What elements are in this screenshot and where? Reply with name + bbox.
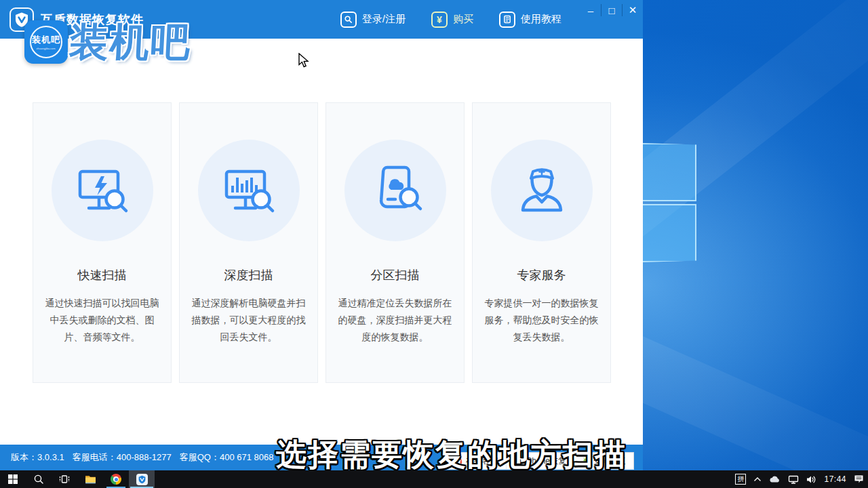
- task-view-button[interactable]: [52, 470, 77, 488]
- screen: 互盾数据恢复软件 登录/注册 ¥ 购买: [0, 0, 868, 488]
- expert-person-icon: [509, 158, 574, 223]
- tutorial-button[interactable]: 使用教程: [499, 12, 561, 28]
- app-window: 互盾数据恢复软件 登录/注册 ¥ 购买: [0, 0, 643, 470]
- card-description: 通过深度解析电脑硬盘并扫描数据，可以更大程度的找回丢失文件。: [191, 295, 307, 346]
- ime-indicator[interactable]: 拼: [735, 474, 746, 485]
- maximize-button[interactable]: □: [601, 0, 622, 20]
- hidden-icons-chevron-icon[interactable]: [753, 476, 762, 482]
- card-description: 通过精准定位丢失数据所在的硬盘，深度扫描并更大程度的恢复数据。: [338, 295, 453, 346]
- titlebar-menu: 登录/注册 ¥ 购买 使用教程: [340, 0, 561, 39]
- buy-label: 购买: [453, 13, 473, 26]
- file-explorer-button[interactable]: [77, 470, 103, 488]
- card-partition-scan[interactable]: 分区扫描 通过精准定位丢失数据所在的硬盘，深度扫描并更大程度的恢复数据。: [326, 102, 465, 383]
- scan-mode-cards: 快速扫描 通过快速扫描可以找回电脑中丢失或删除的文档、图片、音频等文件。 深度扫…: [0, 102, 643, 383]
- clock[interactable]: 17:44: [824, 474, 846, 484]
- version-text: 版本：3.0.3.1: [11, 451, 64, 464]
- login-register-label: 登录/注册: [362, 13, 406, 26]
- task-view-icon: [59, 474, 70, 484]
- network-icon[interactable]: [788, 475, 799, 484]
- windows-start-icon: [8, 474, 18, 484]
- zhuangjiba-circle: 装机吧 zhuangjiba.com: [30, 26, 62, 58]
- card-expert-service[interactable]: 专家服务 专家提供一对一的数据恢复服务，帮助您及时安全的恢复丢失数据。: [472, 102, 611, 383]
- card-title: 深度扫描: [224, 267, 273, 283]
- mouse-cursor: [298, 53, 309, 68]
- login-key-icon: [340, 12, 357, 28]
- windows-logo-pane-top: [642, 143, 696, 201]
- tutorial-label: 使用教程: [521, 13, 561, 26]
- icon-circle: [52, 140, 153, 241]
- icon-circle: [491, 140, 593, 241]
- card-description: 通过快速扫描可以找回电脑中丢失或删除的文档、图片、音频等文件。: [45, 295, 160, 346]
- system-tray: 拼 17:44: [735, 470, 864, 488]
- card-title: 快速扫描: [78, 267, 127, 283]
- badge-subtext: zhuangjiba.com: [37, 47, 56, 50]
- icon-circle: [198, 140, 300, 241]
- yen-icon: ¥: [431, 12, 448, 28]
- monitor-lightning-search-icon: [70, 158, 135, 223]
- app-shield-icon: [136, 474, 148, 485]
- onedrive-cloud-icon[interactable]: [769, 475, 781, 483]
- recovery-app-taskbar-button[interactable]: [129, 470, 155, 488]
- windows-logo-pane-bottom: [642, 204, 696, 262]
- start-button[interactable]: [0, 470, 26, 488]
- drive-cloud-search-icon: [363, 158, 428, 223]
- taskbar: 拼 17:44: [0, 470, 868, 488]
- book-icon: [499, 12, 515, 28]
- card-description: 专家提供一对一的数据恢复服务，帮助您及时安全的恢复丢失数据。: [484, 295, 599, 346]
- zhuangjiba-watermark-text: 装机吧: [68, 16, 193, 69]
- login-register-button[interactable]: 登录/注册: [340, 12, 406, 28]
- file-explorer-icon: [85, 474, 96, 484]
- taskbar-search-button[interactable]: [26, 470, 52, 488]
- search-icon: [33, 474, 44, 485]
- chrome-icon: [111, 474, 121, 485]
- window-controls: – □ ✕: [580, 0, 643, 20]
- card-quick-scan[interactable]: 快速扫描 通过快速扫描可以找回电脑中丢失或删除的文档、图片、音频等文件。: [33, 102, 172, 383]
- action-center-icon[interactable]: [854, 474, 864, 484]
- buy-button[interactable]: ¥ 购买: [431, 12, 473, 28]
- badge-text: 装机吧: [32, 34, 60, 46]
- close-button[interactable]: ✕: [623, 0, 643, 20]
- card-deep-scan[interactable]: 深度扫描 通过深度解析电脑硬盘并扫描数据，可以更大程度的找回丢失文件。: [179, 102, 318, 383]
- minimize-button[interactable]: –: [580, 0, 601, 20]
- card-title: 专家服务: [517, 267, 566, 283]
- zhuangjiba-badge-logo: 装机吧 zhuangjiba.com: [24, 20, 68, 64]
- icon-circle: [344, 140, 446, 241]
- chrome-taskbar-button[interactable]: [103, 470, 129, 488]
- service-phone-text: 客服电话：400-888-1277: [73, 451, 172, 464]
- card-title: 分区扫描: [371, 267, 420, 283]
- volume-icon[interactable]: [806, 475, 816, 484]
- video-subtitle: 选择需要恢复的地方扫描: [276, 434, 627, 475]
- monitor-chart-search-icon: [216, 158, 281, 223]
- service-qq-text: 客服QQ：400 671 8068: [180, 451, 274, 464]
